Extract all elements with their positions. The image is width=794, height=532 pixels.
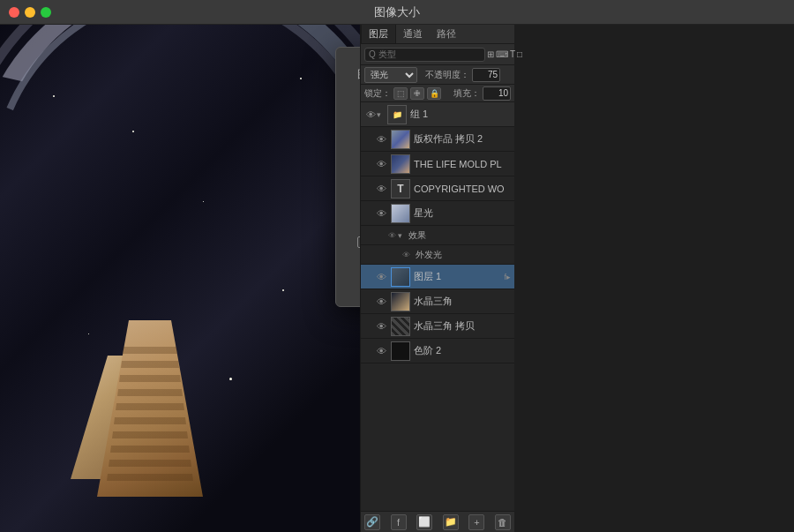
width-label: 宽度： — [357, 150, 360, 165]
layer-name-starlight: 星光 — [414, 206, 511, 220]
eye-icon[interactable]: 👁 — [375, 207, 387, 220]
star — [53, 95, 55, 97]
layer-name-copyright: 版权作品 拷贝 2 — [414, 132, 511, 146]
right-panel: 图层 通道 路径 ⊞ ⌨ T □ 强光 正常 叠加 不透明度： 锁定： ⬚ ✙ — [360, 25, 514, 532]
dialog-title-row: 图像大小： 24.6M ⚙ — [357, 65, 360, 83]
star — [282, 289, 284, 291]
fill-input[interactable] — [483, 86, 511, 101]
height-label: 高度： — [357, 178, 360, 193]
layer-thumb-crystal — [391, 292, 410, 311]
layer-thumb-1 — [391, 267, 410, 287]
layer-item-copyright[interactable]: 👁 版权作品 拷贝 2 — [361, 127, 514, 152]
dim-label: 尺寸： — [357, 95, 360, 110]
blend-mode-select[interactable]: 强光 正常 叠加 — [364, 67, 417, 83]
panel-toolbar: ⊞ ⌨ T □ — [361, 44, 514, 65]
adjust-row: 调整为： 原始大小 ▾ — [357, 119, 360, 139]
eye-icon[interactable]: 👁 — [375, 345, 387, 357]
resolution-row: 分辨率： 像素/英寸 像素/厘米 ▾ — [357, 204, 360, 223]
delete-layer-btn[interactable]: 🗑 — [495, 514, 511, 530]
eye-icon[interactable]: 👁 — [375, 320, 387, 333]
new-group-btn[interactable]: 📁 — [443, 514, 459, 530]
layer-name-levels: 色阶 2 — [414, 344, 511, 357]
star — [203, 201, 204, 202]
resample-checkbox-wrap[interactable]: ✓ 重新采样： — [357, 235, 360, 250]
group-expand-icon[interactable]: ▾ — [377, 110, 381, 119]
eye-icon[interactable]: 👁 — [375, 296, 387, 308]
adjust-label: 调整为： — [357, 122, 360, 137]
effects-expand[interactable]: ▾ — [398, 231, 402, 240]
window-controls — [9, 7, 51, 18]
main-layout: 图像大小： 24.6M ⚙ 尺寸： ▾ 3911 像素 × 2200 像素 调整… — [0, 25, 794, 532]
effects-label: 效果 — [408, 229, 426, 242]
panel-tool-btn-2[interactable]: ⌨ — [496, 47, 508, 63]
layer-name-life: THE LIFE MOLD PL — [414, 159, 511, 169]
link-layers-btn[interactable]: 🔗 — [364, 514, 380, 530]
eye-icon[interactable]: 👁 — [375, 183, 387, 195]
image-size-dialog: 图像大小： 24.6M ⚙ 尺寸： ▾ 3911 像素 × 2200 像素 调整… — [335, 47, 360, 307]
maximize-button[interactable] — [41, 7, 51, 18]
minimize-button[interactable] — [25, 7, 35, 18]
layer-thumb-levels — [391, 341, 410, 361]
new-layer-btn[interactable]: + — [468, 514, 484, 530]
opacity-label: 不透明度： — [425, 69, 469, 81]
layer-item-life[interactable]: 👁 THE LIFE MOLD PL — [361, 152, 514, 176]
dimensions-row: 尺寸： ▾ 3911 像素 × 2200 像素 — [357, 95, 360, 110]
layer-search-input[interactable] — [364, 48, 485, 62]
blend-row: 强光 正常 叠加 不透明度： — [361, 65, 514, 85]
opacity-input[interactable] — [472, 68, 500, 82]
window-title: 图像大小 — [374, 4, 420, 20]
layer-item-copyrighted[interactable]: 👁 T COPYRIGHTED WO — [361, 176, 514, 201]
titlebar: 图像大小 — [0, 0, 794, 25]
eye-icon[interactable]: 👁 — [364, 109, 377, 121]
tab-paths[interactable]: 路径 — [430, 25, 463, 43]
layer-thumb-life — [391, 154, 410, 174]
ship-structure — [71, 250, 265, 497]
panel-tool-btn-4[interactable]: □ — [517, 47, 522, 63]
dialog-buttons: 取消 确定 — [357, 266, 360, 288]
add-style-btn[interactable]: f — [391, 514, 407, 530]
star — [300, 78, 302, 79]
layer-item-crystal[interactable]: 👁 水晶三角 — [361, 289, 514, 314]
layer-name-copyrighted: COPYRIGHTED WO — [414, 184, 511, 194]
layer-item-levels[interactable]: 👁 色阶 2 — [361, 339, 514, 363]
layer-item-1[interactable]: 👁 图层 1 f▸ — [361, 265, 514, 289]
resolution-label: 分辨率： — [357, 206, 360, 221]
star — [132, 131, 134, 132]
layer-name-crystal: 水晶三角 — [414, 295, 511, 308]
lock-row: 锁定： ⬚ ✙ 🔒 填充： — [361, 85, 514, 102]
eye-icon[interactable]: 👁 — [375, 133, 387, 146]
eye-icon[interactable]: 👁 — [375, 271, 387, 283]
effect-outer-glow[interactable]: 👁 外发光 — [361, 245, 514, 265]
effect-eye[interactable]: 👁 — [386, 229, 398, 242]
eye-icon[interactable]: 👁 — [375, 158, 387, 170]
width-row: 宽度： ⛓ 像素 英寸 厘米 ▾ — [357, 147, 360, 167]
panel-bottom: 🔗 f ⬜ 📁 + 🗑 — [361, 511, 514, 532]
effect-glow-name: 外发光 — [416, 249, 442, 261]
layers-list: 👁 ▾ 📁 组 1 👁 版权作品 拷贝 2 👁 THE LIFE MOLD PL — [361, 102, 514, 511]
tab-channels[interactable]: 通道 — [396, 25, 430, 43]
lock-label: 锁定： — [364, 87, 391, 100]
lock-all-btn[interactable]: 🔒 — [427, 87, 441, 100]
size-label: 图像大小： — [357, 68, 360, 80]
close-button[interactable] — [9, 7, 19, 18]
panel-tool-btn-3[interactable]: T — [510, 47, 515, 63]
layer-thumb-copyrighted: T — [391, 179, 410, 199]
panel-tabs: 图层 通道 路径 — [361, 25, 514, 44]
layer-thumb-crystal-copy — [391, 317, 410, 336]
effect-eye[interactable]: 👁 — [400, 249, 412, 261]
layer-name-1: 图层 1 — [414, 270, 502, 283]
height-row: 高度： 像素 英寸 ▾ — [357, 176, 360, 195]
tab-layers[interactable]: 图层 — [361, 25, 396, 43]
group-1-name: 组 1 — [410, 108, 511, 121]
fill-label: 填充： — [453, 87, 480, 100]
layer-item-crystal-copy[interactable]: 👁 水晶三角 拷贝 — [361, 314, 514, 339]
layer-item-starlight[interactable]: 👁 星光 — [361, 201, 514, 226]
add-mask-btn[interactable]: ⬜ — [416, 514, 432, 530]
effects-header[interactable]: 👁 ▾ 效果 — [361, 226, 514, 245]
resample-checkbox[interactable]: ✓ — [357, 236, 360, 248]
lock-pos-btn[interactable]: ✙ — [410, 87, 424, 100]
lock-pixel-btn[interactable]: ⬚ — [393, 87, 408, 100]
panel-tool-btn-1[interactable]: ⊞ — [487, 47, 494, 63]
canvas-area: 图像大小： 24.6M ⚙ 尺寸： ▾ 3911 像素 × 2200 像素 调整… — [0, 25, 360, 532]
group-1-header[interactable]: 👁 ▾ 📁 组 1 — [361, 102, 514, 127]
